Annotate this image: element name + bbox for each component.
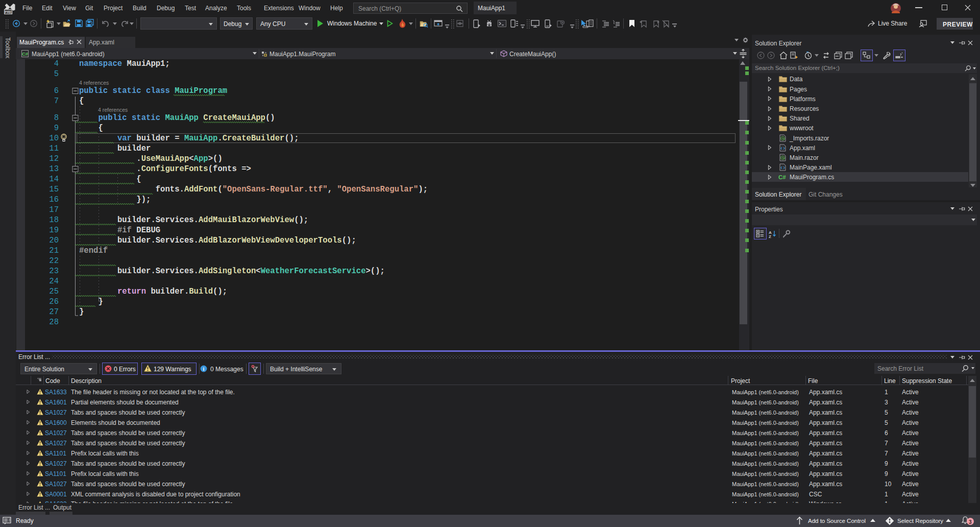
svg-text:C#: C# [778, 174, 786, 180]
svg-text:Z: Z [769, 234, 771, 238]
svg-text:i: i [203, 366, 205, 372]
